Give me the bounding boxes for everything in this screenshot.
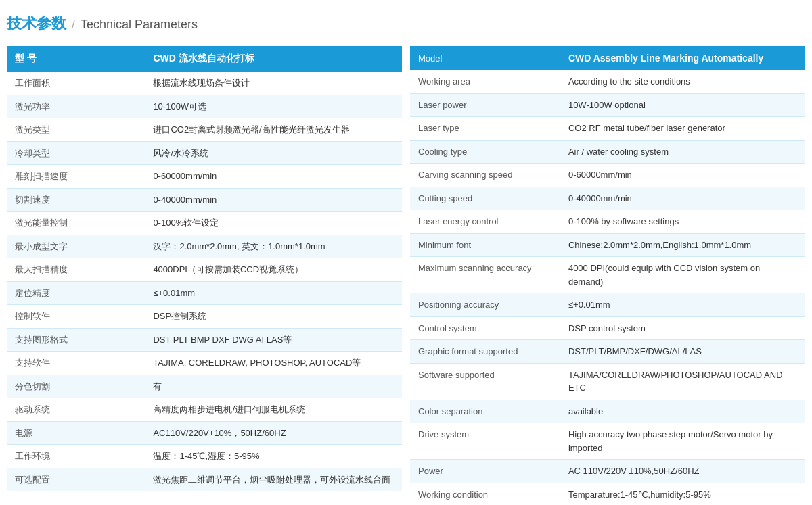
right-row-label: Laser power [410,93,560,117]
left-row-value: AC110V/220V+10%，50HZ/60HZ [145,421,402,445]
left-row-value: 风冷/水冷系统 [145,141,402,165]
right-row-value: 4000 DPI(could equip with CCD vision sys… [560,257,805,293]
left-header-col1: 型 号 [7,46,145,72]
table-row: 切割速度 0-40000mm/min [7,188,402,212]
left-row-label: 激光类型 [7,118,145,142]
table-row: 最小成型文字 汉字：2.0mm*2.0mm, 英文：1.0mm*1.0mm [7,235,402,258]
right-row-label: Cooling type [410,140,560,164]
table-row: 分色切割 有 [7,375,402,398]
table-row: 驱动系统 高精度两相步进电机/进口伺服电机系统 [7,398,402,422]
left-row-label: 最小成型文字 [7,235,145,258]
table-row: 可选配置 激光焦距二维调节平台，烟尘吸附处理器，可外设流水线台面 [7,468,402,491]
left-row-value: 0-40000mm/min [145,188,402,212]
left-row-value: 激光焦距二维调节平台，烟尘吸附处理器，可外设流水线台面 [145,468,402,491]
table-row: 定位精度 ≤+0.01mm [7,281,402,305]
right-row-value: DST/PLT/BMP/DXF/DWG/AL/LAS [560,340,805,364]
right-row-value: 0-60000mm/min [560,164,805,187]
right-row-value: 10W-100W optional [560,93,805,117]
right-row-value: According to the site conditions [560,70,805,93]
right-row-value: 0-40000mm/min [560,187,805,210]
left-row-label: 工作面积 [7,72,145,95]
right-row-label: Cutting speed [410,187,560,210]
left-row-value: 汉字：2.0mm*2.0mm, 英文：1.0mm*1.0mm [145,235,402,258]
left-row-value: 进口CO2封离式射频激光器/高性能光纤激光发生器 [145,118,402,142]
right-header-col2: CWD Assembly Line Marking Automatically [560,46,805,70]
left-row-label: 可选配置 [7,468,145,491]
right-row-value: Chinese:2.0mm*2.0mm,English:1.0mm*1.0mm [560,233,805,257]
right-row-label: Graphic format supported [410,340,560,364]
left-row-label: 电源 [7,421,145,445]
left-row-label: 驱动系统 [7,398,145,422]
table-row: 支持软件 TAJIMA, CORELDRAW, PHOTOSHOP, AUTOC… [7,352,402,375]
table-row: Laser type CO2 RF metal tube/fiber laser… [410,117,805,141]
left-row-label: 激光能量控制 [7,212,145,235]
table-row: Positioning accuracy ≤+0.01mm [410,293,805,317]
page-title-area: 技术参数 / Technical Parameters [7,14,805,34]
table-row: 雕刻扫描速度 0-60000mm/min [7,165,402,189]
right-row-value: TAJIMA/CORELDRAW/PHOTOSHOP/AUTOCAD AND E… [560,363,805,400]
table-row: Cooling type Air / water cooling system [410,140,805,164]
left-table: 型 号 CWD 流水线自动化打标 工作面积 根据流水线现场条件设计 激光功率 1… [7,46,402,491]
left-row-value: 0-100%软件设定 [145,212,402,235]
left-row-value: ≤+0.01mm [145,281,402,305]
table-row: Power AC 110V/220V ±10%,50HZ/60HZ [410,460,805,483]
left-row-value: 根据流水线现场条件设计 [145,72,402,95]
right-row-value: AC 110V/220V ±10%,50HZ/60HZ [560,460,805,483]
table-row: 电源 AC110V/220V+10%，50HZ/60HZ [7,421,402,445]
right-table-section: Model CWD Assembly Line Marking Automati… [410,46,805,505]
left-row-value: 0-60000mm/min [145,165,402,189]
right-row-value: Temparature:1-45℃,humidity:5-95% [560,483,805,505]
right-row-label: Maximum scanning accuracy [410,257,560,293]
left-row-value: 有 [145,375,402,398]
table-row: 工作面积 根据流水线现场条件设计 [7,72,402,95]
left-row-value: DST PLT BMP DXF DWG AI LAS等 [145,328,402,352]
right-row-label: Laser energy control [410,210,560,234]
right-row-label: Laser type [410,117,560,141]
left-row-value: 高精度两相步进电机/进口伺服电机系统 [145,398,402,422]
tables-wrapper: 型 号 CWD 流水线自动化打标 工作面积 根据流水线现场条件设计 激光功率 1… [7,46,805,505]
table-row: 控制软件 DSP控制系统 [7,305,402,329]
left-row-label: 雕刻扫描速度 [7,165,145,189]
right-row-label: Control system [410,316,560,340]
table-row: 激光类型 进口CO2封离式射频激光器/高性能光纤激光发生器 [7,118,402,142]
table-row: Maximum scanning accuracy 4000 DPI(could… [410,257,805,293]
right-header-col1: Model [410,46,560,70]
left-row-label: 控制软件 [7,305,145,329]
title-english: Technical Parameters [81,18,198,32]
left-row-label: 最大扫描精度 [7,258,145,282]
table-row: 工作环境 温度：1-45℃,湿度：5-95% [7,445,402,468]
right-row-label: Color separation [410,400,560,423]
table-row: 支持图形格式 DST PLT BMP DXF DWG AI LAS等 [7,328,402,352]
table-row: Control system DSP control system [410,316,805,340]
right-table: Model CWD Assembly Line Marking Automati… [410,46,805,505]
right-row-label: Working area [410,70,560,93]
table-row: Cutting speed 0-40000mm/min [410,187,805,210]
right-row-value: ≤+0.01mm [560,293,805,317]
left-row-label: 激光功率 [7,95,145,118]
left-table-section: 型 号 CWD 流水线自动化打标 工作面积 根据流水线现场条件设计 激光功率 1… [7,46,402,505]
right-row-value: 0-100% by software settings [560,210,805,234]
left-row-label: 冷却类型 [7,141,145,165]
right-row-value: CO2 RF metal tube/fiber laser generator [560,117,805,141]
table-row: 最大扫描精度 4000DPI（可按需加装CCD视觉系统） [7,258,402,282]
right-row-label: Minimum font [410,233,560,257]
table-row: Laser power 10W-100W optional [410,93,805,117]
right-row-label: Positioning accuracy [410,293,560,317]
title-chinese: 技术参数 [7,14,66,34]
left-row-label: 支持图形格式 [7,328,145,352]
title-divider: / [72,18,75,32]
left-row-label: 定位精度 [7,281,145,305]
left-row-value: 温度：1-45℃,湿度：5-95% [145,445,402,468]
table-row: Drive system High accuracy two phase ste… [410,423,805,460]
right-row-value: Air / water cooling system [560,140,805,164]
table-row: 冷却类型 风冷/水冷系统 [7,141,402,165]
right-row-value: High accuracy two phase step motor/Servo… [560,423,805,460]
table-row: Color separation available [410,400,805,423]
table-row: Carving scanning speed 0-60000mm/min [410,164,805,187]
table-row: Minimum font Chinese:2.0mm*2.0mm,English… [410,233,805,257]
left-row-label: 分色切割 [7,375,145,398]
table-row: 激光功率 10-100W可选 [7,95,402,118]
table-row: Working area According to the site condi… [410,70,805,93]
right-row-value: available [560,400,805,423]
table-row: Laser energy control 0-100% by software … [410,210,805,234]
